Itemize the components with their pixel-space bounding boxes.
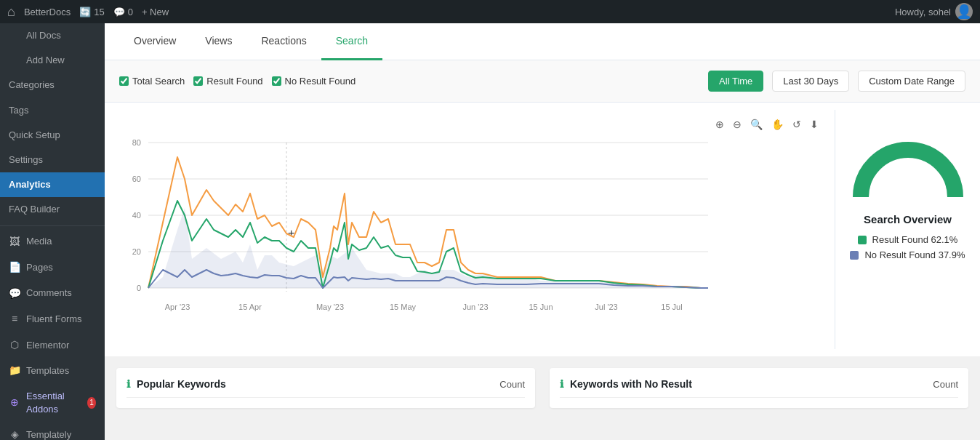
pages-icon: 📄 xyxy=(9,260,20,275)
user-greeting: Howdy, sohel xyxy=(895,7,951,17)
filter-no-result-found[interactable]: No Result Found xyxy=(272,76,356,87)
svg-text:May '23: May '23 xyxy=(316,303,344,311)
svg-text:15 Apr: 15 Apr xyxy=(238,303,262,311)
chart-container: ⊕ ⊖ 🔍 ✋ ↺ ⬇ xyxy=(105,103,980,356)
essential-addons-badge: 1 xyxy=(87,397,96,409)
tab-overview[interactable]: Overview xyxy=(119,23,190,60)
fluent-forms-icon: ≡ xyxy=(9,312,20,327)
chart-toolbar: ⊕ ⊖ 🔍 ✋ ↺ ⬇ xyxy=(119,117,827,132)
tab-views[interactable]: Views xyxy=(190,23,246,60)
sidebar-item-faq-builder[interactable]: FAQ Builder xyxy=(0,197,105,222)
content-area: Overview Views Reactions Search Total Se… xyxy=(105,23,980,440)
legend-no-result-found: No Result Found 37.9% xyxy=(850,249,965,260)
tab-reactions[interactable]: Reactions xyxy=(246,23,321,60)
wp-logo-icon: ⌂ xyxy=(7,4,15,20)
zoom-in-button[interactable]: ⊕ xyxy=(714,117,726,132)
keywords-no-result-info-icon: ℹ xyxy=(560,378,563,390)
popular-keywords-info-icon: ℹ xyxy=(126,378,130,390)
popular-keywords-header: ℹ Popular Keywords Count xyxy=(126,378,525,398)
svg-text:Jun '23: Jun '23 xyxy=(462,303,488,311)
svg-text:15 Jun: 15 Jun xyxy=(529,303,553,311)
site-name[interactable]: BetterDocs xyxy=(24,7,71,17)
templately-icon: ◈ xyxy=(9,428,20,440)
filter-bar: Total Search Result Found No Result Foun… xyxy=(105,60,980,103)
result-found-dot xyxy=(858,236,867,244)
svg-text:60: 60 xyxy=(132,175,141,183)
templates-icon: 📁 xyxy=(9,364,20,378)
tab-search[interactable]: Search xyxy=(321,23,382,60)
sidebar-item-all-docs[interactable]: All Docs xyxy=(0,23,105,48)
pan-button[interactable]: ✋ xyxy=(770,117,785,132)
zoom-reset-button[interactable]: 🔍 xyxy=(749,117,764,132)
svg-text:20: 20 xyxy=(132,247,141,256)
filter-last-30-days[interactable]: Last 30 Days xyxy=(772,71,849,92)
sidebar-item-fluent-forms[interactable]: ≡ Fluent Forms xyxy=(0,306,105,332)
svg-text:0: 0 xyxy=(137,284,141,292)
filter-total-search[interactable]: Total Search xyxy=(119,76,185,87)
svg-text:15 Jul: 15 Jul xyxy=(661,303,682,311)
sidebar-item-essential-addons[interactable]: ⊕ Essential Addons 1 xyxy=(0,384,105,422)
refresh-button[interactable]: ↺ xyxy=(791,117,803,132)
elementor-icon: ⬡ xyxy=(9,338,20,353)
sidebar-item-pages[interactable]: 📄 Pages xyxy=(0,255,105,281)
chart-svg[interactable]: 0 20 40 60 80 Apr '23 15 Apr May '23 15 … xyxy=(119,135,827,342)
new-button[interactable]: + New xyxy=(142,7,169,17)
filter-result-found[interactable]: Result Found xyxy=(193,76,262,87)
update-icon: 🔄 xyxy=(79,7,91,17)
avatar[interactable]: 👤 xyxy=(955,3,973,20)
filter-custom-date-range[interactable]: Custom Date Range xyxy=(858,71,965,92)
sidebar-item-settings[interactable]: Settings xyxy=(0,148,105,172)
admin-bar-right: Howdy, sohel 👤 xyxy=(895,3,973,20)
svg-text:15 May: 15 May xyxy=(390,303,417,311)
sidebar-item-elementor[interactable]: ⬡ Elementor xyxy=(0,332,105,359)
sidebar-item-templately[interactable]: ◈ Templately xyxy=(0,422,105,440)
chart-main: ⊕ ⊖ 🔍 ✋ ↺ ⬇ xyxy=(105,110,835,349)
donut-chart xyxy=(850,124,966,204)
no-result-found-dot xyxy=(850,251,859,260)
search-overview-panel: Search Overview Result Found 62.1% No Re… xyxy=(835,110,980,349)
download-button[interactable]: ⬇ xyxy=(808,117,820,132)
comment-icon: 💬 xyxy=(113,7,125,17)
sidebar-item-analytics[interactable]: Analytics xyxy=(0,172,105,197)
tabs-bar: Overview Views Reactions Search xyxy=(105,23,980,60)
sidebar: All Docs Add New Categories Tags Quick S… xyxy=(0,23,105,440)
sidebar-item-quick-setup[interactable]: Quick Setup xyxy=(0,123,105,148)
svg-text:40: 40 xyxy=(132,211,141,220)
zoom-out-button[interactable]: ⊖ xyxy=(731,117,743,132)
essential-addons-icon: ⊕ xyxy=(9,396,20,410)
media-icon: 🖼 xyxy=(9,235,20,249)
sidebar-item-comments[interactable]: 💬 Comments xyxy=(0,281,105,307)
sidebar-item-media[interactable]: 🖼 Media xyxy=(0,229,105,255)
keywords-no-result-header: ℹ Keywords with No Result Count xyxy=(560,378,958,398)
comments-icon: 💬 xyxy=(9,287,20,301)
search-overview-title: Search Overview xyxy=(864,213,952,225)
sidebar-item-tags[interactable]: Tags xyxy=(0,98,105,123)
svg-text:80: 80 xyxy=(132,138,141,147)
admin-bar: ⌂ BetterDocs 🔄 15 💬 0 + New Howdy, sohel… xyxy=(0,0,980,23)
svg-text:Jul '23: Jul '23 xyxy=(595,303,617,311)
comments-count[interactable]: 💬 0 xyxy=(113,7,133,17)
svg-text:Apr '23: Apr '23 xyxy=(165,303,190,311)
keywords-no-result-table: ℹ Keywords with No Result Count xyxy=(550,368,968,408)
bottom-tables: ℹ Popular Keywords Count ℹ Keywords with… xyxy=(105,356,980,420)
legend-result-found: Result Found 62.1% xyxy=(858,234,958,245)
sidebar-item-templates[interactable]: 📁 Templates xyxy=(0,358,105,384)
popular-keywords-table: ℹ Popular Keywords Count xyxy=(116,368,535,408)
updates-count[interactable]: 🔄 15 xyxy=(79,7,104,17)
sidebar-item-add-new[interactable]: Add New xyxy=(0,48,105,73)
filter-all-time[interactable]: All Time xyxy=(708,71,763,92)
sidebar-item-categories[interactable]: Categories xyxy=(0,73,105,97)
